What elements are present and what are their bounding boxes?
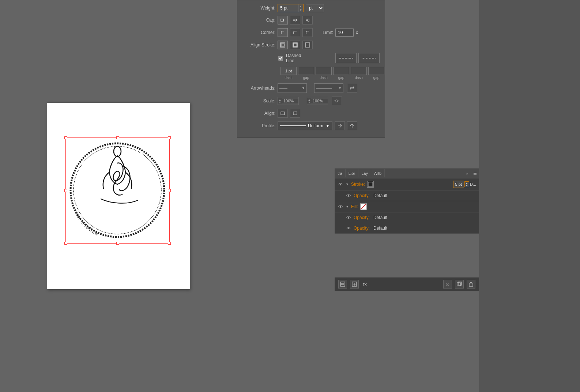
dash-label-2: dash	[320, 76, 328, 80]
stroke-visibility-eye[interactable]: 👁	[338, 181, 343, 187]
gap-input-2[interactable]	[333, 67, 349, 75]
align-right-btn[interactable]	[290, 109, 300, 118]
gap-input-1[interactable]	[298, 67, 314, 75]
opacity-row-1: 👁 Opacity: Default	[335, 191, 479, 201]
stroke-weight-up[interactable]: ▲	[465, 182, 469, 184]
scale1-down-btn[interactable]: ▼	[278, 101, 282, 103]
dash-label-3: dash	[355, 76, 363, 80]
align-outside-btn[interactable]	[302, 41, 313, 49]
gap-input-3[interactable]	[368, 67, 384, 75]
scale-input-1[interactable]	[282, 99, 298, 103]
weight-down-btn[interactable]: ▼	[298, 8, 303, 12]
opacity1-visibility-eye[interactable]: 👁	[346, 193, 351, 199]
weight-input[interactable]	[278, 4, 298, 12]
dash-input-2[interactable]	[316, 67, 332, 75]
opacity1-value: Default	[373, 193, 387, 198]
gap-label-3: gap	[373, 76, 380, 80]
corner-round-btn[interactable]	[290, 28, 300, 37]
opacity1-label[interactable]: Opacity:	[354, 193, 370, 198]
scale2-down-btn[interactable]: ▼	[307, 101, 311, 103]
tab-lay[interactable]: Lay	[358, 169, 371, 177]
profile-flip-v-btn[interactable]	[347, 121, 357, 130]
arrowheads-label: Arrowheads:	[242, 86, 275, 91]
fill-visibility-eye[interactable]: 👁	[338, 204, 343, 210]
stroke-collapse-arrow[interactable]: ▼	[346, 182, 349, 186]
stroke-color-swatch[interactable]	[367, 181, 374, 188]
stroke-row: 👁 ▼ Stroke: 5 pt ▲ ▼ D...	[335, 178, 479, 191]
collapsed-panel-area	[479, 0, 580, 392]
add-new-btn[interactable]	[338, 280, 347, 289]
fill-label[interactable]: Fill:	[351, 204, 358, 209]
dash-style-2-icon[interactable]	[358, 53, 380, 63]
weight-unit-dropdown[interactable]: pt px mm	[306, 4, 324, 12]
svg-rect-9	[308, 19, 309, 21]
tab-tra[interactable]: tra	[335, 169, 346, 177]
corner-bevel-btn[interactable]	[302, 28, 313, 37]
scale2-up-btn[interactable]: ▲	[307, 98, 311, 101]
opacity-row-3: 👁 Opacity: Default	[335, 223, 479, 234]
add-effect-btn[interactable]	[350, 280, 359, 289]
dashed-line-checkbox[interactable]	[278, 56, 283, 61]
dash-fields-row: dash gap dash gap dash gap	[242, 67, 380, 80]
align-label: Align:	[242, 111, 275, 116]
tab-libr[interactable]: Libr	[346, 169, 358, 177]
tab-menu-btn[interactable]: ☰	[471, 169, 479, 178]
limit-input[interactable]	[335, 29, 354, 37]
fill-color-swatch[interactable]	[360, 203, 367, 210]
x-label: x	[356, 30, 358, 35]
arrowhead-end-select[interactable]: ———— ▼	[314, 83, 343, 93]
weight-up-btn[interactable]: ▲	[298, 4, 303, 8]
stroke-label[interactable]: Stroke:	[351, 182, 365, 187]
tab-more-btn[interactable]: »	[463, 169, 471, 177]
no-entry-btn[interactable]: ⊘	[443, 280, 452, 289]
gap-label-1: gap	[303, 76, 309, 80]
profile-flip-h-btn[interactable]	[335, 121, 345, 130]
align-center-btn[interactable]	[290, 41, 300, 49]
scale-label: Scale:	[242, 98, 275, 103]
scale1-up-btn[interactable]: ▲	[278, 98, 282, 101]
opacity2-visibility-eye[interactable]: 👁	[346, 215, 351, 220]
dash-col-1: dash	[280, 67, 297, 80]
dash-input-1[interactable]	[280, 67, 297, 75]
align-left-btn[interactable]	[278, 109, 288, 118]
weight-arrows: ▲ ▼	[298, 4, 303, 12]
opacity2-label[interactable]: Opacity:	[354, 215, 370, 220]
stroke-weight-badge: 5 pt	[453, 181, 464, 188]
align-row: Align:	[242, 109, 380, 118]
tab-artb[interactable]: Artb	[371, 169, 385, 177]
stroke-weight-down[interactable]: ▼	[465, 184, 469, 187]
opacity3-label[interactable]: Opacity:	[354, 226, 370, 231]
stroke-weight-value: 5 pt	[455, 182, 462, 186]
delete-btn[interactable]	[467, 280, 475, 289]
svg-rect-14	[305, 43, 310, 47]
cap-round-btn[interactable]	[290, 16, 300, 24]
profile-select[interactable]: Uniform ▼	[278, 121, 332, 130]
logo-container: JAY LUDDEN	[64, 137, 171, 243]
dash-style-1-icon[interactable]	[335, 53, 357, 63]
cap-row: Cap:	[242, 16, 380, 24]
scale-row: Scale: ▲ ▼ ▲ ▼	[242, 97, 380, 105]
arrowhead-start-select[interactable]: —— ▼	[278, 83, 307, 93]
scale-link-btn[interactable]	[332, 97, 342, 105]
opacity3-visibility-eye[interactable]: 👁	[346, 225, 351, 231]
stroke-d-badge[interactable]: D...	[470, 182, 476, 186]
duplicate-btn[interactable]	[455, 280, 464, 289]
align-inside-btn[interactable]	[278, 41, 288, 49]
svg-text:JAY LUDDEN: JAY LUDDEN	[74, 211, 100, 237]
opacity3-value: Default	[373, 226, 387, 231]
appearance-panel: 👁 ▼ Stroke: 5 pt ▲ ▼ D... 👁 Opacity: Def…	[335, 178, 479, 234]
no-entry-icon: ⊘	[445, 281, 450, 287]
artboard: JAY LUDDEN	[47, 103, 190, 289]
corner-miter-btn[interactable]	[278, 28, 288, 37]
swap-arrowheads-btn[interactable]	[347, 84, 357, 93]
fx-button[interactable]: fx	[362, 281, 368, 288]
dash-col-2: gap	[298, 67, 314, 80]
scale-input-1-wrap: ▲ ▼	[278, 97, 299, 105]
fill-collapse-arrow[interactable]: ▼	[346, 205, 349, 208]
dashed-line-row: Dashed Line	[242, 53, 380, 63]
cap-square-btn[interactable]	[302, 16, 313, 24]
scale-input-2[interactable]	[311, 99, 328, 103]
dash-input-3[interactable]	[351, 67, 367, 75]
svg-rect-25	[368, 182, 373, 186]
cap-butt-btn[interactable]	[278, 16, 288, 24]
